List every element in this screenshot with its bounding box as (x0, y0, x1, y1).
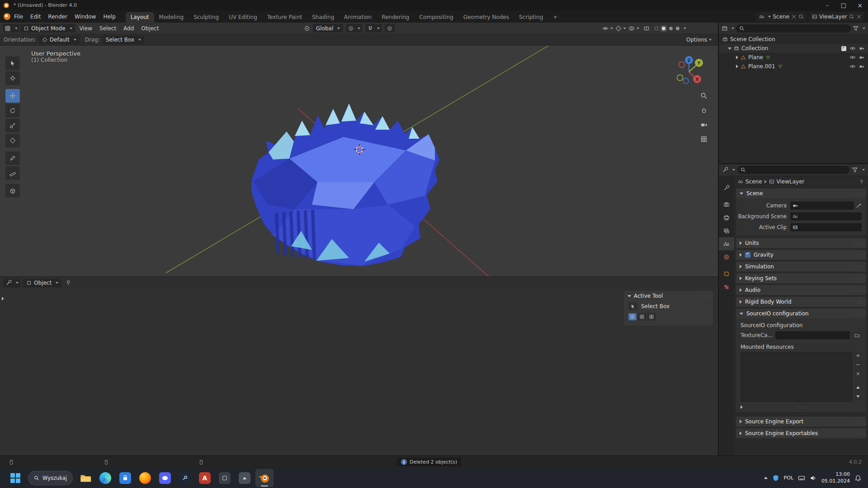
tool-context-dropdown[interactable]: Object (23, 279, 61, 287)
orientation-dropdown[interactable]: Global (313, 24, 343, 33)
workspace-tab-scripting[interactable]: Scripting (514, 12, 548, 23)
remove-resource-button[interactable] (854, 361, 862, 368)
outliner-row-plane-001[interactable]: Plane.001 (719, 62, 868, 71)
outliner-row-scene-collection[interactable]: Scene Collection (719, 35, 868, 44)
viewport-menu-add[interactable]: Add (120, 25, 137, 32)
units-panel-header[interactable]: Units :::: (736, 238, 866, 248)
discord-button[interactable] (156, 469, 174, 487)
workspace-tab-layout[interactable]: Layout (126, 12, 154, 23)
shading-solid-active[interactable] (660, 25, 667, 32)
gizmos-dropdown[interactable] (615, 25, 626, 32)
media-player-button[interactable]: A (196, 469, 214, 487)
workspace-tab-rendering[interactable]: Rendering (377, 12, 414, 23)
mounted-resources-list[interactable] (741, 352, 852, 402)
hide-eye-icon[interactable] (849, 54, 856, 61)
pan-control[interactable] (698, 104, 710, 116)
expand-icon[interactable] (736, 65, 738, 68)
viewlayer-selector[interactable]: ViewLayer (809, 12, 864, 21)
workspace-tab-texturepaint[interactable]: Texture Paint (262, 12, 307, 23)
scene-selector[interactable]: Scene (756, 12, 807, 21)
workspace-tab-sculpting[interactable]: Sculpting (189, 12, 224, 23)
tab-object[interactable] (719, 267, 734, 280)
tab-scene[interactable] (719, 237, 734, 250)
hide-eye-icon[interactable] (849, 63, 856, 70)
tool-add-cube[interactable] (5, 184, 20, 197)
clear-resource-button[interactable] (854, 370, 862, 377)
taskbar-search[interactable]: Wyszukaj (28, 471, 73, 485)
minimize-button[interactable] (819, 0, 835, 10)
mode-dropdown[interactable]: Object Mode (20, 24, 75, 33)
tool-cursor[interactable] (5, 71, 20, 85)
tab-world[interactable] (719, 250, 734, 263)
maximize-button[interactable] (835, 0, 852, 10)
move-down-button[interactable] (854, 393, 862, 400)
source-engine-exportables-header[interactable]: Source Engine Exportables :::: (736, 428, 866, 438)
tab-texture[interactable] (719, 280, 734, 293)
expand-icon[interactable] (736, 56, 738, 59)
viewport-menu-view[interactable]: View (76, 25, 95, 32)
unlink-scene-icon[interactable] (791, 14, 797, 19)
pin-icon[interactable] (859, 179, 864, 184)
render-camera-icon[interactable] (859, 46, 864, 51)
filter-icon[interactable] (852, 167, 858, 173)
background-scene-field[interactable] (790, 212, 862, 221)
render-camera-icon[interactable] (859, 64, 864, 69)
drag-mode-dropdown[interactable]: Select Box (103, 36, 144, 44)
visibility-dropdown[interactable] (602, 25, 613, 32)
panel-expand-icon[interactable] (627, 295, 631, 297)
move-up-button[interactable] (854, 384, 862, 391)
panel-grip-icon[interactable]: :::: (702, 294, 710, 299)
active-clip-field[interactable] (790, 223, 862, 231)
gizmo-negy[interactable] (677, 75, 683, 81)
scene-panel-header[interactable]: Scene :::: (736, 188, 866, 198)
pin-icon[interactable] (65, 280, 71, 286)
keyboard-icon[interactable] (798, 474, 805, 482)
properties-search-input[interactable] (737, 166, 849, 174)
tool-icon-button[interactable] (628, 302, 637, 310)
gravity-checkbox[interactable] (745, 252, 750, 258)
panel-resize-grip-icon[interactable]: :::::: (796, 404, 808, 409)
hide-eye-icon[interactable] (849, 45, 856, 52)
shading-rendered-icon[interactable] (675, 26, 680, 31)
menu-help[interactable]: Help (99, 10, 119, 23)
outliner-display-mode-icon[interactable] (722, 25, 728, 32)
shading-material-icon[interactable] (668, 26, 674, 31)
gravity-panel-header[interactable]: Gravity :::: (736, 250, 866, 260)
tool-fallback-option-2[interactable] (638, 313, 646, 320)
expand-icon[interactable] (728, 47, 731, 50)
tab-tool[interactable] (719, 181, 734, 194)
workspace-tab-uvediting[interactable]: UV Editing (224, 12, 262, 23)
gizmo-negx[interactable] (679, 62, 685, 68)
simulation-panel-header[interactable]: Simulation :::: (736, 262, 866, 272)
filter-icon[interactable] (853, 25, 859, 32)
close-button[interactable] (852, 0, 868, 10)
notifications-bell-icon[interactable] (854, 474, 862, 482)
tray-expand-icon[interactable] (764, 477, 768, 479)
security-shield-icon[interactable] (772, 474, 779, 482)
sub-panel-collapsed-icon[interactable] (741, 405, 743, 409)
rigid-body-panel-header[interactable]: Rigid Body World :::: (736, 297, 866, 307)
transform-orientation-icon[interactable] (304, 25, 310, 32)
editor-type-button[interactable] (3, 24, 19, 33)
firefox-button[interactable] (136, 469, 154, 487)
navigation-gizmo[interactable]: Z Y X (672, 54, 706, 88)
store-button[interactable] (116, 469, 134, 487)
tool-scale[interactable] (5, 119, 20, 132)
collapsed-region-arrow[interactable] (2, 297, 4, 300)
source-engine-export-header[interactable]: Source Engine Export :::: (736, 417, 866, 427)
viewport-scene[interactable] (0, 46, 718, 277)
remove-viewlayer-icon[interactable] (856, 14, 862, 19)
file-explorer-button[interactable] (76, 469, 94, 487)
add-resource-button[interactable] (854, 352, 862, 359)
menu-file[interactable]: File (10, 10, 27, 23)
workspace-tab-geometrynodes[interactable]: Geometry Nodes (458, 12, 514, 23)
options-dropdown[interactable]: Options (686, 37, 712, 43)
overlays-dropdown[interactable] (628, 25, 639, 32)
tool-rotate[interactable] (5, 104, 20, 117)
orientation-default-dropdown[interactable]: Default (39, 36, 80, 44)
viewport-menu-select[interactable]: Select (96, 25, 119, 32)
eyedropper-icon[interactable] (856, 203, 862, 208)
add-workspace-button[interactable]: + (548, 12, 562, 23)
workspace-tab-shading[interactable]: Shading (307, 12, 339, 23)
gizmo-negz[interactable] (683, 78, 689, 84)
